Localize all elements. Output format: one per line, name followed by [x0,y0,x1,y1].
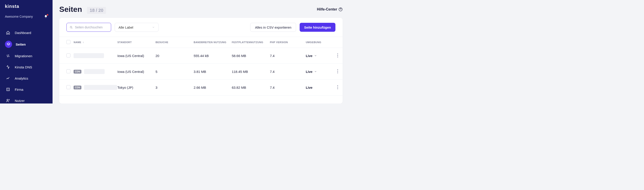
toolbar: Alle Label Alles in CSV exportieren Seit… [59,18,342,37]
svg-point-8 [337,56,338,58]
sidebar-item-dns[interactable]: Kinsta DNS [0,62,52,72]
sidebar-item-analytics[interactable]: Analytics [0,73,52,84]
sites-card: Alle Label Alles in CSV exportieren Seit… [59,18,342,104]
sidebar-item-dashboard[interactable]: Dashboard [0,27,52,38]
site-name-redacted [84,85,117,90]
sidebar-item-migrations[interactable]: Migrationen [0,50,52,61]
row-checkbox[interactable] [66,69,70,73]
more-vertical-icon [337,54,338,58]
dns-icon [6,65,10,69]
company-name[interactable]: Awesome Company [5,15,33,18]
chevron-down-icon [314,70,317,73]
cell-visits: 5 [156,64,194,80]
chevron-down-icon [152,26,155,28]
search-box[interactable] [66,23,111,32]
svg-point-5 [70,26,72,28]
svg-point-12 [337,85,338,86]
cell-disk: 118.45 MB [232,64,270,80]
column-header-env[interactable]: UMGEBUNG [306,37,332,48]
cdn-badge: CDN [74,86,82,90]
notifications-button[interactable] [44,15,48,18]
row-checkbox[interactable] [66,85,70,89]
label-filter-value: Alle Label [118,26,133,29]
main-content: Seiten 18 / 20 Hilfe-Center Alle Label [52,0,349,104]
cell-location: Tokyo (JP) [118,80,156,96]
svg-point-9 [337,69,338,70]
column-header-name[interactable]: NAME↑ [74,37,118,48]
column-header-visits[interactable]: BESUCHE [156,37,194,48]
more-vertical-icon [337,69,338,73]
search-input[interactable] [75,26,108,29]
help-icon [338,8,342,12]
column-header-php[interactable]: PHP VERSION [270,37,306,48]
building-icon [6,88,10,92]
svg-point-14 [337,88,338,89]
row-checkbox[interactable] [66,54,70,58]
environment-selector[interactable]: Live [306,70,332,74]
help-center-link[interactable]: Hilfe-Center [317,8,342,12]
cell-bandwidth: 3.81 MB [194,64,232,80]
home-icon [6,30,10,35]
column-header-disk[interactable]: FESTPLATTENNUTZUNG [232,37,270,48]
environment-label: Live [306,54,312,58]
brand-logo[interactable]: kinsta [5,4,48,10]
cell-bandwidth: 2.66 MB [194,80,232,96]
sort-ascending-icon: ↑ [83,41,84,44]
sidebar-item-label: Seiten [16,42,26,46]
select-all-checkbox[interactable] [66,40,70,44]
sites-table: NAME↑ STANDORT BESUCHE BANDBREITEN NUTZU… [59,37,342,96]
table-row[interactable]: Iowa (US Central)20555.44 kB58.66 MB7.4L… [59,48,342,64]
label-filter-select[interactable]: Alle Label [115,23,158,32]
row-actions-button[interactable] [337,85,338,89]
site-name-redacted [74,53,104,58]
chevron-down-icon [314,54,317,57]
sidebar-item-label: Dashboard [15,31,31,35]
table-header-row: NAME↑ STANDORT BESUCHE BANDBREITEN NUTZU… [59,37,342,48]
sidebar-item-users[interactable]: Nutzer [0,95,52,104]
svg-point-13 [337,87,338,88]
column-header-location[interactable]: STANDORT [118,37,156,48]
users-icon [6,98,10,102]
sidebar-item-company[interactable]: Firma [0,84,52,95]
notification-badge [47,14,48,16]
sidebar-nav: Dashboard Seiten Migrationen Kinsta DNS … [0,27,52,104]
row-actions-button[interactable] [337,69,338,73]
svg-text:kinsta: kinsta [5,4,19,9]
svg-point-11 [337,72,338,73]
sidebar-item-sites[interactable]: Seiten [0,38,52,50]
site-name-redacted [84,69,105,74]
environment-label: Live [306,86,312,90]
kinsta-logo-icon: kinsta [5,4,23,9]
migration-icon [6,54,10,58]
svg-point-2 [7,99,8,100]
table-row[interactable]: CDNIowa (US Central)53.81 MB118.45 MB7.4… [59,64,342,80]
add-site-button[interactable]: Seite hinzufügen [300,23,336,32]
layers-icon [6,42,10,46]
site-count-badge: 18 / 20 [87,7,106,14]
svg-point-7 [337,55,338,56]
page-title: Seiten [59,5,82,14]
search-icon [70,26,73,29]
row-actions-button[interactable] [337,54,338,58]
cell-location: Iowa (US Central) [118,48,156,64]
environment-selector: Live [306,86,332,90]
svg-rect-1 [7,88,10,91]
cell-php: 7.4 [270,48,306,64]
table-row[interactable]: CDNTokyo (JP)32.66 MB63.82 MB7.4Live [59,80,342,96]
help-center-label: Hilfe-Center [317,8,337,12]
column-header-bandwidth[interactable]: BANDBREITEN NUTZUNG [194,37,232,48]
cell-location: Iowa (US Central) [118,64,156,80]
cell-php: 7.4 [270,80,306,96]
environment-selector[interactable]: Live [306,54,332,58]
svg-point-6 [337,54,338,54]
sidebar-item-label: Nutzer [15,99,24,102]
sidebar-item-label: Analytics [15,76,28,80]
more-vertical-icon [337,85,338,89]
cell-disk: 63.82 MB [232,80,270,96]
svg-point-10 [337,71,338,72]
export-csv-button[interactable]: Alles in CSV exportieren [250,23,296,32]
sidebar-item-label: Migrationen [15,54,32,58]
cell-disk: 58.66 MB [232,48,270,64]
cell-php: 7.4 [270,64,306,80]
cell-visits: 3 [156,80,194,96]
